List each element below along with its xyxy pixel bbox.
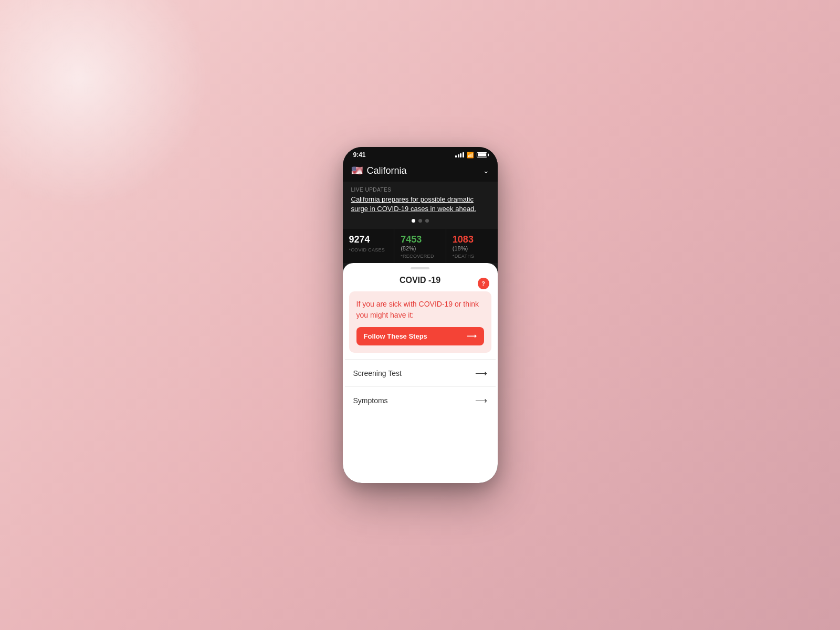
card-header: COVID -19 ? xyxy=(343,276,498,291)
app-header[interactable]: 🇺🇸 California ⌄ xyxy=(343,161,498,182)
covid-cases-label: *COVID CASES xyxy=(349,247,388,253)
screening-test-label: Screening Test xyxy=(353,369,402,377)
card-title: COVID -19 xyxy=(400,276,440,285)
battery-icon xyxy=(477,152,487,158)
status-icons: 📶 xyxy=(455,152,487,159)
recovered-sub: (82%) xyxy=(401,245,439,251)
location-name: California xyxy=(367,165,407,176)
phone-frame: 9:41 📶 🇺🇸 California ⌄ Live Updates Cali… xyxy=(343,147,498,483)
follow-steps-button[interactable]: Follow These Steps ⟶ xyxy=(356,327,484,345)
news-section: Live Updates California prepares for pos… xyxy=(343,182,498,229)
covid-cases-stat: 9274 *COVID CASES xyxy=(343,229,395,263)
status-time: 9:41 xyxy=(353,151,366,159)
deaths-stat: 1083 (18%) *DEATHS xyxy=(446,229,498,263)
deaths-label: *DEATHS xyxy=(453,254,491,259)
signal-icon xyxy=(455,152,464,158)
wifi-icon: 📶 xyxy=(467,152,474,159)
flag-icon: 🇺🇸 xyxy=(351,165,363,176)
carousel-dot-3[interactable] xyxy=(425,219,429,223)
drag-handle xyxy=(411,267,429,269)
symptoms-label: Symptoms xyxy=(353,396,388,405)
follow-steps-arrow: ⟶ xyxy=(467,332,477,340)
live-updates-label: Live Updates xyxy=(351,187,489,193)
chevron-down-icon[interactable]: ⌄ xyxy=(483,166,489,175)
location-selector[interactable]: 🇺🇸 California xyxy=(351,165,407,176)
symptoms-arrow: ⟶ xyxy=(475,395,487,405)
carousel-dots xyxy=(351,219,489,223)
deaths-sub: (18%) xyxy=(453,245,491,251)
covid-cases-value: 9274 xyxy=(349,234,388,245)
recovered-stat: 7453 (82%) *RECOVERED xyxy=(394,229,446,263)
alert-text: If you are sick with COVID-19 or think y… xyxy=(356,299,484,321)
screening-test-arrow: ⟶ xyxy=(475,368,487,378)
follow-steps-label: Follow These Steps xyxy=(364,332,427,340)
stats-section: 9274 *COVID CASES 7453 (82%) *RECOVERED … xyxy=(343,229,498,263)
deaths-value: 1083 xyxy=(453,234,491,245)
status-bar: 9:41 📶 xyxy=(343,147,498,161)
bottom-card: COVID -19 ? If you are sick with COVID-1… xyxy=(343,263,498,483)
screening-test-item[interactable]: Screening Test ⟶ xyxy=(345,359,496,386)
alert-banner: If you are sick with COVID-19 or think y… xyxy=(349,291,491,353)
recovered-label: *RECOVERED xyxy=(401,254,439,259)
symptoms-item[interactable]: Symptoms ⟶ xyxy=(345,386,496,414)
help-button[interactable]: ? xyxy=(478,278,489,289)
carousel-dot-1[interactable] xyxy=(412,219,415,223)
news-headline[interactable]: California prepares for possible dramati… xyxy=(351,195,489,214)
carousel-dot-2[interactable] xyxy=(418,219,422,223)
recovered-value: 7453 xyxy=(401,234,439,245)
